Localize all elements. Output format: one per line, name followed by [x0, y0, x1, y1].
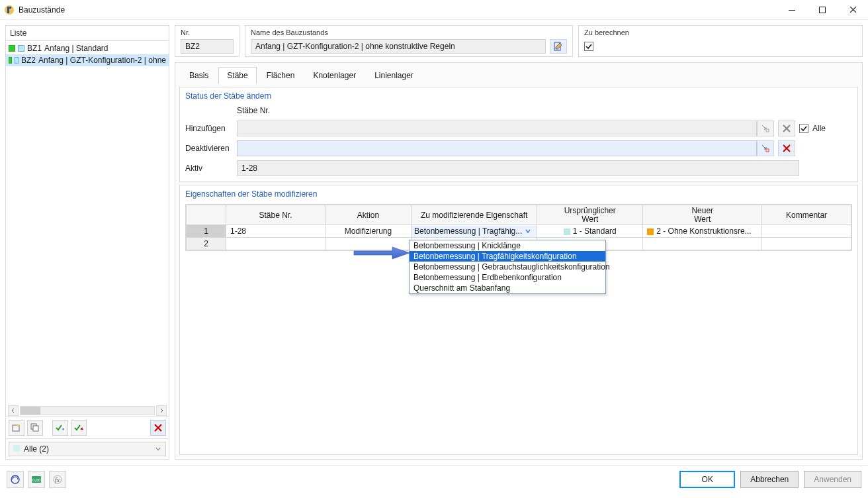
- close-window-button[interactable]: [838, 0, 868, 19]
- svg-rect-8: [766, 149, 769, 152]
- add-input[interactable]: [237, 121, 757, 136]
- svg-text:fx: fx: [55, 476, 60, 483]
- all-checkbox-wrap: Alle: [799, 124, 852, 133]
- cell-ursprung: 1 - Standard: [537, 225, 643, 238]
- svg-rect-2: [820, 7, 826, 13]
- value-swatch: [647, 228, 654, 235]
- state-color-swatch: [9, 57, 12, 64]
- state-list[interactable]: BZ1 Anfang | Standard BZ2 Anfang | GZT-K…: [6, 41, 169, 405]
- add-clear-button[interactable]: [778, 121, 795, 136]
- cell-kommentar: [762, 225, 851, 238]
- deactivate-clear-button[interactable]: [778, 140, 795, 156]
- delete-state-button[interactable]: [150, 420, 166, 436]
- dropdown-option[interactable]: Betonbemessung | Erdbebenkonfiguration: [410, 272, 605, 283]
- filter-select[interactable]: Alle (2): [9, 442, 166, 456]
- tab-knotenlager[interactable]: Knotenlager: [304, 67, 365, 84]
- add-pick-button[interactable]: [757, 121, 774, 136]
- dropdown-option[interactable]: Querschnitt am Stabanfang: [410, 283, 605, 293]
- eigenschaft-dropdown[interactable]: Betonbemessung | Knicklänge Betonbemessu…: [409, 240, 606, 294]
- filter-swatch: [13, 445, 20, 452]
- list-row[interactable]: BZ2 Anfang | GZT-Konfiguration-2 | ohne: [6, 54, 169, 66]
- nr-value: BZ2: [185, 42, 200, 51]
- titlebar: Bauzustände: [0, 0, 868, 20]
- left-filter: Alle (2): [6, 438, 169, 459]
- copy-state-button[interactable]: [27, 420, 43, 436]
- chevron-down-icon: [155, 446, 161, 452]
- nr-label: Nr.: [181, 28, 234, 36]
- check-left-button[interactable]: [52, 420, 68, 436]
- th-kommentar: Kommentar: [762, 205, 851, 225]
- table-row[interactable]: 1 1-28 Modifizierung Betonbemessung | Tr…: [187, 225, 851, 238]
- left-pane-header: Liste: [6, 26, 169, 41]
- horizontal-scrollbar[interactable]: [6, 405, 169, 417]
- scroll-left-button[interactable]: [8, 405, 19, 416]
- fx-button[interactable]: fx: [49, 471, 66, 488]
- nr-panel: Nr. BZ2: [175, 25, 239, 57]
- edit-name-button[interactable]: [550, 39, 567, 54]
- svg-rect-7: [766, 129, 769, 132]
- active-value: 1-28: [241, 164, 257, 173]
- deactivate-input[interactable]: [237, 140, 757, 156]
- status-section: Status der Stäbe ändern Stäbe Nr. Hinzuf…: [179, 87, 858, 182]
- right-pane: Nr. BZ2 Name des Bauzustands Anfang | GZ…: [175, 25, 863, 460]
- status-col-header: Stäbe Nr.: [237, 106, 757, 117]
- filter-label: Alle (2): [24, 444, 49, 454]
- row-number: 1: [187, 225, 226, 238]
- left-toolbar: [6, 417, 169, 438]
- dropdown-option[interactable]: Betonbemessung | Knicklänge: [410, 240, 605, 251]
- check-right-button[interactable]: [71, 420, 87, 436]
- list-row-id: BZ1: [27, 44, 42, 53]
- scroll-thumb[interactable]: [21, 407, 40, 415]
- help-button[interactable]: [7, 471, 24, 488]
- ok-button[interactable]: OK: [679, 471, 735, 488]
- cell-eigenschaft[interactable]: Betonbemessung | Tragfähig...: [412, 225, 537, 238]
- bottombar: 0,00 fx OK Abbrechen Anwenden: [0, 465, 868, 493]
- calc-checkbox[interactable]: [584, 42, 593, 51]
- all-checkbox[interactable]: [799, 124, 808, 133]
- deactivate-pick-button[interactable]: [757, 140, 774, 156]
- nr-input[interactable]: BZ2: [181, 39, 234, 54]
- scroll-right-button[interactable]: [156, 405, 167, 416]
- maximize-button[interactable]: [807, 0, 838, 19]
- tab-flaechen[interactable]: Flächen: [258, 67, 304, 84]
- all-label: Alle: [812, 124, 826, 133]
- state-color-swatch: [18, 45, 24, 52]
- svg-rect-5: [33, 426, 38, 431]
- cell-kommentar: [762, 238, 851, 250]
- cancel-button[interactable]: Abbrechen: [740, 471, 799, 488]
- apply-button[interactable]: Anwenden: [804, 471, 861, 488]
- tab-linienlager[interactable]: Linienlager: [366, 67, 422, 84]
- name-label: Name des Bauzustands: [251, 28, 567, 36]
- list-row-name: Anfang | Standard: [44, 44, 108, 53]
- tab-staebe[interactable]: Stäbe: [218, 67, 256, 84]
- th-eigenschaft: Zu modifizierende Eigenschaft: [412, 205, 537, 225]
- minimize-button[interactable]: [777, 0, 807, 19]
- new-state-button[interactable]: [9, 420, 24, 436]
- app-icon: [4, 5, 15, 15]
- chevron-down-icon[interactable]: [525, 228, 534, 234]
- dropdown-option[interactable]: Betonbemessung | Tragfähigkeitskonfigura…: [410, 251, 605, 262]
- modify-table-wrap: Stäbe Nr. Aktion Zu modifizierende Eigen…: [185, 204, 852, 251]
- name-input[interactable]: Anfang | GZT-Konfiguration-2 | ohne kons…: [251, 39, 546, 54]
- svg-text:0,00: 0,00: [32, 477, 41, 483]
- th-ursprung: UrsprünglicherWert: [537, 205, 643, 225]
- units-button[interactable]: 0,00: [28, 471, 45, 488]
- cell-staebe: 1-28: [226, 225, 326, 238]
- dropdown-option[interactable]: Betonbemessung | Gebrauchstauglichkeitsk…: [410, 262, 605, 272]
- tab-basis[interactable]: Basis: [181, 67, 217, 84]
- svg-rect-1: [789, 10, 795, 11]
- scroll-track[interactable]: [20, 406, 155, 415]
- status-section-title: Status der Stäbe ändern: [180, 87, 857, 105]
- tabs: Basis Stäbe Flächen Knotenlager Linienla…: [179, 66, 858, 84]
- row-number: 2: [187, 238, 226, 250]
- cell-aktion: Modifizierung: [326, 225, 412, 238]
- window-controls: [777, 0, 868, 19]
- list-row[interactable]: BZ1 Anfang | Standard: [6, 42, 169, 54]
- deactivate-label: Deaktivieren: [185, 144, 237, 153]
- th-aktion: Aktion: [326, 205, 412, 225]
- th-staebe: Stäbe Nr.: [226, 205, 326, 225]
- th-neuer: NeuerWert: [643, 205, 762, 225]
- list-row-name: Anfang | GZT-Konfiguration-2 | ohne: [38, 56, 166, 65]
- content-panel: Basis Stäbe Flächen Knotenlager Linienla…: [175, 62, 863, 460]
- cell-aktion: [326, 238, 412, 250]
